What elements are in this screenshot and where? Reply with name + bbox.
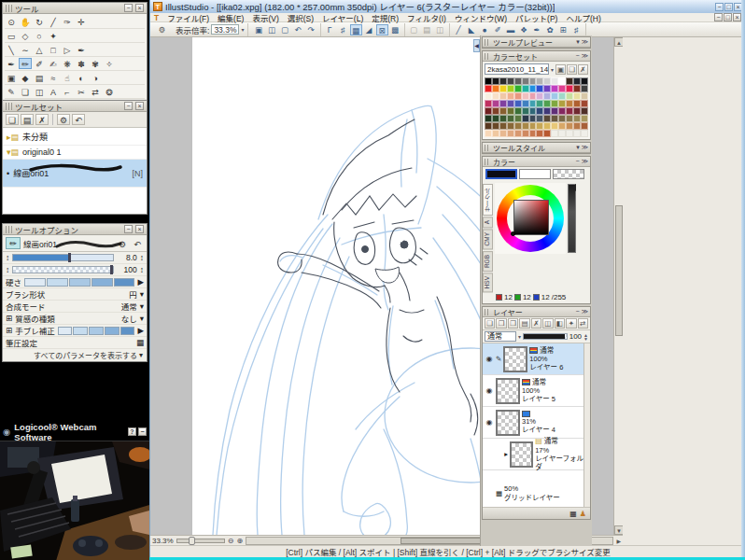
tone-icon[interactable]: ♯ [570,24,583,35]
color-swatch[interactable] [543,100,551,107]
color-swatch[interactable] [507,107,514,115]
canvas-vertical-scrollbar[interactable]: ▲ ▼ [613,37,623,535]
gradient-tool-icon[interactable]: ▤ [33,72,46,83]
color-swatch[interactable] [492,100,499,107]
chevron-right-icon[interactable]: ▶ [137,326,144,335]
fill-tool-icon[interactable]: ▣ [5,72,18,83]
airbrush-tool-icon[interactable]: ✽ [75,58,88,69]
color-swatch[interactable] [485,77,492,85]
chevron-down-icon[interactable]: ▾ [140,301,144,311]
webcam-titlebar[interactable]: ◉ Logicool® Webcam Software ? − [0,423,149,441]
trash-icon[interactable]: ✗ [35,114,49,125]
menu-item[interactable]: 選択(S) [288,12,314,23]
pencil-tool-icon[interactable]: ✏ [19,58,32,69]
minimize-icon[interactable]: − [715,3,724,11]
help-icon[interactable]: ? [128,427,136,436]
new-vector-layer-icon[interactable]: ❒ [508,318,518,329]
color-swatch[interactable] [507,92,514,100]
transparent-color-swatch[interactable] [553,169,584,179]
color-swatch[interactable] [581,107,588,115]
chevron-down-icon[interactable]: ▾ [140,289,144,299]
color-swatch[interactable] [492,122,499,130]
brush-size-slider[interactable] [12,254,114,261]
color-swatch[interactable] [536,130,543,137]
menu-item[interactable]: ウィンドウ(W) [455,12,507,23]
zoom-ratio-control[interactable]: 表示倍率: 33.3% ▾ [173,23,248,36]
color-swatch[interactable] [573,107,581,115]
pen-tool-icon[interactable]: ✒ [5,58,18,69]
close-icon[interactable]: × [135,225,144,233]
minimize-icon[interactable]: − [576,308,580,315]
menu-item[interactable]: フィルタ(I) [407,12,446,23]
doc-close-icon[interactable]: × [733,13,741,21]
color-swatch[interactable] [514,107,522,115]
chevron-down-icon[interactable]: ▾ [140,314,144,323]
menu-item[interactable]: パレット(P) [515,12,557,23]
color-swatch[interactable] [558,100,566,107]
color-swatch[interactable] [551,115,558,122]
tool-option-row[interactable]: 筆圧設定▦ [3,337,147,349]
opacity-value[interactable]: 100 [117,265,137,274]
chevron-down-icon[interactable]: ▾ [576,38,580,46]
color-swatch[interactable] [522,92,529,100]
menu-item[interactable]: レイヤー(L) [322,12,363,23]
color-swatch[interactable] [514,115,522,122]
magic-wand-icon[interactable]: ✦ [47,30,60,41]
expand-icon[interactable]: ⊞ [6,314,12,323]
color-swatch[interactable] [536,115,543,122]
color-swatch[interactable] [522,130,529,137]
color-swatch[interactable] [529,130,537,137]
color-swatch[interactable] [558,77,566,85]
switch-window-icon[interactable]: ◫ [266,24,278,35]
visibility-eye-icon[interactable]: ◉ [485,386,494,395]
merge-icon[interactable]: ◧ [555,318,565,329]
pattern-icon[interactable]: ✿ [544,24,556,35]
color-tab-HSV[interactable]: HSV [483,273,493,292]
color-swatch[interactable] [522,122,529,130]
spinner-icon[interactable]: ▲▼ [583,333,588,341]
transfer-icon[interactable]: ◫ [542,318,553,329]
option-value[interactable]: 円 [129,288,137,300]
chevron-right-icon[interactable]: ▶ [137,277,144,287]
new-tool-icon[interactable]: ❏ [6,114,19,125]
visibility-eye-icon[interactable]: ◉ [485,355,494,363]
color-swatch[interactable] [543,85,551,92]
expand-icon[interactable]: ≫ [582,144,588,151]
tool-option-row[interactable]: ⊞質感の種類なし▾ [3,313,147,325]
eraser-tool-icon[interactable]: ✧ [103,58,116,69]
color-swatch[interactable] [485,122,492,130]
menu-item[interactable]: 編集(E) [218,12,244,23]
color-swatch[interactable] [507,85,514,92]
color-swatch[interactable] [581,100,588,107]
toolset-item[interactable]: ▾▤original0 1 [3,146,147,160]
color-swatch[interactable] [558,115,566,122]
watercolor-tool-icon[interactable]: ❋ [61,58,74,69]
color-swatch[interactable] [551,92,558,100]
color-swatch[interactable] [566,107,573,115]
color-swatch[interactable] [566,92,573,100]
tool-style-header[interactable]: ツールスタイル ▾≫ [483,143,590,153]
rect-select-icon[interactable]: ▭ [5,30,18,41]
ruler-tool-icon[interactable]: ⌐ [61,86,74,97]
minimize-icon[interactable]: − [124,225,133,233]
menu-item[interactable]: 表示(V) [252,12,278,23]
expand-icon[interactable]: ≫ [582,52,588,60]
settings-gear-icon[interactable]: ⚙ [156,24,168,35]
eyedropper-icon[interactable]: ✑ [61,16,74,27]
tool-palette-header[interactable]: ツール − × [3,3,147,14]
frame-tool-icon[interactable]: ◫ [33,86,46,97]
color-swatch[interactable] [558,122,566,130]
color-swatch[interactable] [558,85,566,92]
color-swatch[interactable] [536,77,543,85]
color-swatch[interactable] [543,92,551,100]
color-swatch[interactable] [522,107,529,115]
quill-icon[interactable]: ✒ [531,24,543,35]
minimize-icon[interactable]: − [576,158,580,165]
tone-grid-icon[interactable]: ▩ [389,24,401,35]
color-swatch[interactable] [492,77,499,85]
ink-icon[interactable]: ● [479,24,491,35]
deco-brush-icon[interactable]: ✾ [89,58,102,69]
color-swatch[interactable] [536,122,543,130]
minimize-icon[interactable]: − [138,427,147,436]
save-set-icon[interactable]: ▣ [555,64,566,75]
